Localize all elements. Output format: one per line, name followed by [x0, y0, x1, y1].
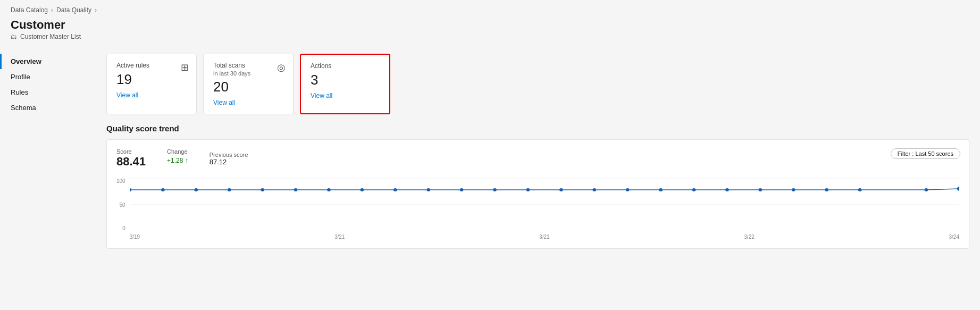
sidebar-item-overview[interactable]: Overview [0, 54, 96, 69]
chart-change-value: +1.28 ↑ [167, 157, 188, 164]
svg-point-26 [924, 188, 928, 191]
y-label-0: 0 [116, 225, 125, 231]
card-total-scans: Total scans in last 30 days ◎ 20 View al… [203, 54, 294, 114]
svg-point-25 [858, 188, 861, 191]
sidebar-item-schema-label: Schema [11, 104, 36, 112]
svg-point-13 [459, 188, 463, 191]
quality-trend-chart: Filter : Last 50 scores Score 88.41 Chan… [106, 139, 969, 249]
card-total-scans-link[interactable]: View all [213, 99, 235, 106]
card-active-rules-title: Active rules [116, 62, 187, 69]
breadcrumb-sep-2: › [95, 6, 97, 14]
chart-score-value: 88.41 [116, 155, 146, 169]
svg-point-19 [659, 188, 663, 191]
y-label-100: 100 [116, 178, 125, 184]
x-label-0: 3/19 [130, 234, 140, 240]
breadcrumb-sep-1: › [51, 6, 53, 14]
card-actions: Actions 3 View all [300, 54, 390, 114]
sidebar-item-profile-label: Profile [11, 73, 30, 81]
sidebar-item-schema[interactable]: Schema [0, 100, 96, 115]
page-title: Customer [11, 18, 969, 32]
svg-point-10 [360, 188, 364, 191]
table-icon: 🗂 [11, 33, 17, 40]
card-active-rules: Active rules ⊞ 19 View all [106, 54, 197, 114]
card-total-scans-value: 20 [213, 79, 283, 95]
main-layout: Overview Profile Rules Schema Active rul… [0, 46, 980, 259]
rules-icon: ⊞ [181, 62, 189, 73]
sidebar-item-overview-label: Overview [11, 57, 41, 65]
sidebar-item-rules-label: Rules [11, 88, 28, 96]
svg-point-16 [559, 188, 563, 191]
chart-score-label: Score [116, 148, 146, 155]
svg-point-5 [194, 188, 198, 191]
breadcrumb: Data Catalog › Data Quality › [0, 0, 980, 16]
svg-point-8 [294, 188, 297, 191]
sidebar-item-rules[interactable]: Rules [0, 85, 96, 100]
x-label-3: 3/22 [744, 234, 754, 240]
card-total-scans-subtitle: in last 30 days [213, 70, 283, 77]
card-actions-link[interactable]: View all [311, 92, 332, 99]
svg-point-24 [825, 188, 828, 191]
svg-point-20 [692, 188, 696, 191]
card-active-rules-link[interactable]: View all [116, 91, 138, 99]
svg-point-3 [130, 188, 131, 191]
svg-point-9 [327, 188, 331, 191]
chart-prev-meta: Previous score 87.12 [210, 148, 248, 169]
svg-point-11 [393, 188, 397, 191]
main-content: Active rules ⊞ 19 View all Total scans i… [96, 46, 980, 259]
svg-point-15 [526, 188, 530, 191]
breadcrumb-item-quality[interactable]: Data Quality [56, 6, 91, 14]
y-label-50: 50 [116, 202, 125, 208]
sidebar: Overview Profile Rules Schema [0, 46, 96, 259]
chart-change-meta: Change +1.28 ↑ [167, 148, 188, 169]
x-label-4: 3/24 [949, 234, 959, 240]
card-total-scans-title: Total scans [213, 62, 283, 69]
chart-prev-label: Previous score [210, 152, 248, 158]
chart-svg-wrapper: 3/19 3/21 3/21 3/22 3/24 [130, 178, 959, 240]
chart-svg [130, 178, 959, 231]
svg-point-4 [161, 188, 165, 191]
card-actions-value: 3 [311, 72, 380, 88]
chart-x-labels: 3/19 3/21 3/21 3/22 3/24 [130, 234, 959, 240]
svg-point-6 [228, 188, 231, 191]
x-label-2: 3/21 [539, 234, 549, 240]
card-actions-title: Actions [311, 62, 380, 70]
card-active-rules-value: 19 [116, 71, 187, 88]
page-subtitle: 🗂 Customer Master List [11, 33, 969, 40]
page-header: Customer 🗂 Customer Master List [0, 16, 980, 46]
svg-point-7 [261, 188, 264, 191]
scan-icon: ◎ [277, 62, 286, 73]
breadcrumb-item-catalog[interactable]: Data Catalog [11, 6, 48, 14]
chart-score-meta: Score 88.41 [116, 148, 146, 169]
chart-change-label: Change [167, 148, 188, 155]
svg-point-27 [957, 187, 959, 191]
x-label-1: 3/21 [334, 234, 345, 240]
svg-point-14 [493, 188, 497, 191]
cards-row: Active rules ⊞ 19 View all Total scans i… [106, 54, 969, 114]
chart-prev-value: 87.12 [210, 158, 248, 166]
svg-point-21 [725, 188, 729, 191]
svg-point-17 [592, 188, 596, 191]
svg-point-23 [792, 188, 795, 191]
page-subtitle-text: Customer Master List [20, 33, 81, 40]
svg-point-18 [626, 188, 630, 191]
chart-filter-button[interactable]: Filter : Last 50 scores [891, 148, 960, 159]
chart-area: 100 50 0 [116, 178, 959, 240]
svg-point-22 [758, 188, 762, 191]
svg-point-12 [426, 188, 430, 191]
sidebar-item-profile[interactable]: Profile [0, 69, 96, 85]
quality-trend-title: Quality score trend [106, 124, 969, 133]
chart-y-axis: 100 50 0 [116, 178, 130, 231]
